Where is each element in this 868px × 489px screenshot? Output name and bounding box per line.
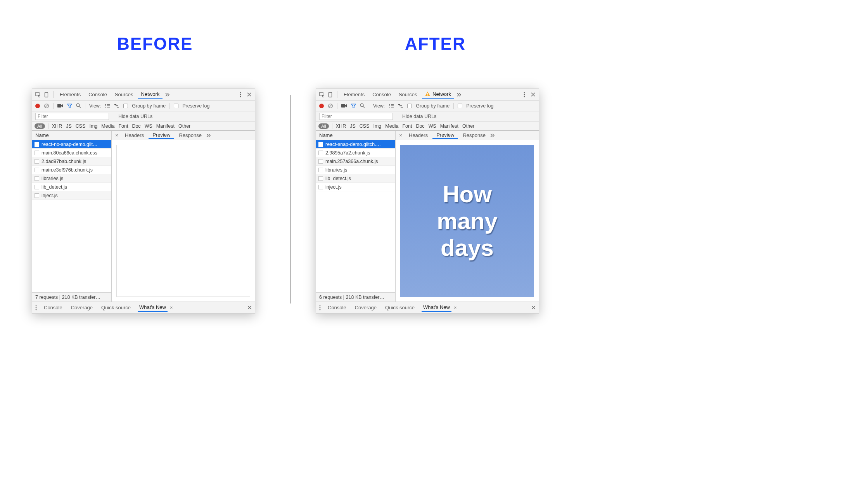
detail-tab-preview[interactable]: Preview bbox=[432, 132, 458, 139]
tab-sources[interactable]: Sources bbox=[112, 92, 137, 97]
tab-elements[interactable]: Elements bbox=[341, 92, 368, 97]
preserve-log-checkbox[interactable] bbox=[458, 104, 462, 108]
request-row[interactable]: react-no-snap-demo.glit… bbox=[32, 140, 111, 149]
device-icon[interactable] bbox=[327, 92, 334, 97]
request-row[interactable]: inject.js bbox=[316, 183, 395, 191]
kebab-icon[interactable] bbox=[521, 92, 528, 97]
record-icon[interactable] bbox=[319, 104, 324, 108]
more-tabs-icon[interactable] bbox=[456, 93, 463, 97]
clear-icon[interactable] bbox=[44, 103, 49, 109]
filter-input[interactable] bbox=[35, 113, 109, 120]
type-js[interactable]: JS bbox=[349, 123, 356, 129]
camera-icon[interactable] bbox=[57, 104, 63, 108]
drawer-tab-console[interactable]: Console bbox=[42, 305, 64, 310]
type-doc[interactable]: Doc bbox=[131, 123, 141, 129]
more-detail-tabs-icon[interactable] bbox=[206, 134, 213, 137]
type-media[interactable]: Media bbox=[385, 123, 399, 129]
drawer-tab-close-icon[interactable]: × bbox=[454, 305, 457, 310]
request-row[interactable]: react-snap-demo.glitch.… bbox=[316, 140, 395, 149]
detail-tab-headers[interactable]: Headers bbox=[405, 132, 432, 138]
drawer-close-icon[interactable] bbox=[531, 305, 536, 310]
type-css[interactable]: CSS bbox=[75, 123, 86, 129]
type-xhr[interactable]: XHR bbox=[335, 123, 346, 129]
request-row[interactable]: inject.js bbox=[32, 191, 111, 200]
request-row[interactable]: libraries.js bbox=[316, 166, 395, 174]
close-devtools-icon[interactable] bbox=[529, 92, 536, 97]
type-font[interactable]: Font bbox=[118, 123, 128, 129]
request-row[interactable]: libraries.js bbox=[32, 174, 111, 183]
clear-icon[interactable] bbox=[328, 103, 333, 109]
type-manifest[interactable]: Manifest bbox=[156, 123, 175, 129]
type-xhr[interactable]: XHR bbox=[52, 123, 62, 129]
detail-tab-response[interactable]: Response bbox=[459, 132, 489, 138]
tab-console[interactable]: Console bbox=[369, 92, 394, 97]
type-all[interactable]: All bbox=[35, 123, 45, 129]
inspect-icon[interactable] bbox=[318, 92, 325, 97]
type-other[interactable]: Other bbox=[178, 123, 191, 129]
type-media[interactable]: Media bbox=[101, 123, 115, 129]
type-img[interactable]: Img bbox=[373, 123, 382, 129]
request-row[interactable]: 2.9895a7a2.chunk.js bbox=[316, 149, 395, 157]
close-devtools-icon[interactable] bbox=[246, 92, 252, 97]
more-tabs-icon[interactable] bbox=[164, 93, 171, 97]
request-row[interactable]: main.257a366a.chunk.js bbox=[316, 157, 395, 166]
drawer-kebab-icon[interactable] bbox=[319, 305, 321, 310]
request-row[interactable]: lib_detect.js bbox=[316, 174, 395, 183]
file-icon bbox=[318, 185, 323, 189]
request-list-header[interactable]: Name bbox=[316, 131, 395, 140]
type-css[interactable]: CSS bbox=[359, 123, 370, 129]
drawer-kebab-icon[interactable] bbox=[35, 305, 37, 310]
preserve-log-checkbox[interactable] bbox=[174, 104, 178, 108]
camera-icon[interactable] bbox=[341, 104, 347, 108]
kebab-icon[interactable] bbox=[237, 92, 244, 97]
type-ws[interactable]: WS bbox=[144, 123, 153, 129]
group-by-frame-checkbox[interactable] bbox=[407, 104, 412, 108]
filter-input[interactable] bbox=[319, 113, 393, 120]
tab-sources[interactable]: Sources bbox=[396, 92, 420, 97]
record-icon[interactable] bbox=[35, 104, 40, 108]
detail-tab-preview[interactable]: Preview bbox=[149, 132, 174, 139]
detail-tab-response[interactable]: Response bbox=[175, 132, 206, 138]
type-doc[interactable]: Doc bbox=[415, 123, 425, 129]
type-other[interactable]: Other bbox=[462, 123, 475, 129]
close-detail-icon[interactable]: × bbox=[397, 132, 404, 138]
search-icon[interactable] bbox=[360, 103, 365, 108]
request-list-header[interactable]: Name bbox=[32, 131, 111, 140]
view-waterfall-icon[interactable] bbox=[398, 104, 403, 108]
request-row[interactable]: 2.dad97bab.chunk.js bbox=[32, 157, 111, 166]
request-row[interactable]: main.e3ef976b.chunk.js bbox=[32, 166, 111, 174]
drawer-tab-coverage[interactable]: Coverage bbox=[353, 305, 378, 310]
drawer-close-icon[interactable] bbox=[247, 305, 252, 310]
more-detail-tabs-icon[interactable] bbox=[490, 134, 497, 137]
type-img[interactable]: Img bbox=[89, 123, 98, 129]
drawer-tab-quick-source[interactable]: Quick source bbox=[384, 305, 416, 310]
drawer-tab-close-icon[interactable]: × bbox=[170, 305, 173, 310]
type-font[interactable]: Font bbox=[402, 123, 412, 129]
filter-icon[interactable] bbox=[67, 104, 72, 108]
view-large-icon[interactable] bbox=[105, 104, 110, 108]
view-large-icon[interactable] bbox=[389, 104, 394, 108]
drawer-tab-whats-new[interactable]: What's New bbox=[138, 304, 168, 312]
close-detail-icon[interactable]: × bbox=[113, 132, 120, 138]
view-waterfall-icon[interactable] bbox=[114, 104, 119, 108]
drawer-tab-coverage[interactable]: Coverage bbox=[69, 305, 94, 310]
type-ws[interactable]: WS bbox=[428, 123, 437, 129]
drawer-tab-console[interactable]: Console bbox=[326, 305, 348, 310]
tab-elements[interactable]: Elements bbox=[57, 92, 84, 97]
tab-network[interactable]: Network bbox=[422, 91, 454, 99]
group-by-frame-checkbox[interactable] bbox=[123, 104, 128, 108]
tab-console[interactable]: Console bbox=[85, 92, 110, 97]
drawer-tab-quick-source[interactable]: Quick source bbox=[100, 305, 132, 310]
drawer-tab-whats-new[interactable]: What's New bbox=[422, 304, 451, 312]
tab-network[interactable]: Network bbox=[138, 91, 163, 99]
type-all[interactable]: All bbox=[318, 123, 329, 129]
device-icon[interactable] bbox=[43, 92, 50, 97]
request-row[interactable]: main.80ca66ca.chunk.css bbox=[32, 149, 111, 157]
detail-tab-headers[interactable]: Headers bbox=[121, 132, 148, 138]
filter-icon[interactable] bbox=[351, 104, 356, 108]
search-icon[interactable] bbox=[76, 103, 81, 108]
inspect-icon[interactable] bbox=[35, 92, 41, 97]
type-manifest[interactable]: Manifest bbox=[440, 123, 459, 129]
type-js[interactable]: JS bbox=[66, 123, 72, 129]
request-row[interactable]: lib_detect.js bbox=[32, 183, 111, 191]
